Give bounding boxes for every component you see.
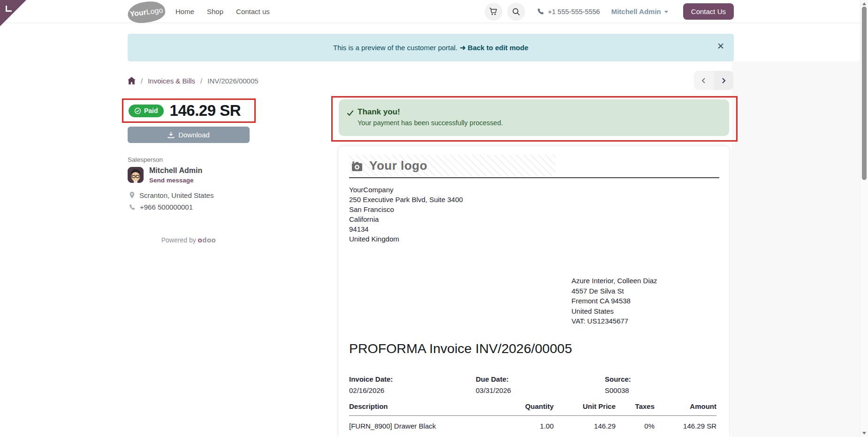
breadcrumb-separator: / [200,77,202,85]
customer-address-line: Fremont CA 94538 [571,296,657,306]
company-address-line: 250 Executive Park Blvd, Suite 3400 [349,195,463,204]
main-nav: Home Shop Contact us [175,8,270,15]
breadcrumb-current: INV/2026/00005 [207,77,258,85]
col-unit-price: Unit Price [554,399,616,416]
breadcrumb-invoices-bills[interactable]: Invoices & Bills [148,77,195,85]
user-menu-label: Mitchell Admin [611,8,661,15]
customer-address-line: United States [571,306,657,316]
salesperson-phone-number: +966 500000001 [140,203,193,211]
scroll-down-icon[interactable] [862,432,866,435]
user-menu-dropdown[interactable]: Mitchell Admin [611,8,668,15]
nav-home[interactable]: Home [175,8,194,15]
preview-banner: This is a preview of the customer portal… [128,34,734,61]
customer-vat: VAT: US12345677 [571,316,657,326]
contact-us-button[interactable]: Contact Us [683,3,734,20]
record-pager [694,71,733,90]
invoice-date-value: 02/16/2026 [349,386,393,394]
cell-taxes: 0% [616,416,655,433]
salesperson-location-text: Scranton, United States [139,191,213,199]
alert-message: Your payment has been successfully proce… [358,119,503,127]
source-value: S00038 [605,386,631,394]
invoice-date-field: Invoice Date: 02/16/2026 [349,375,393,394]
paid-status-badge: Paid [129,105,164,117]
nav-contact-us[interactable]: Contact us [236,8,270,15]
odoo-logo-rest: doo [202,236,216,244]
company-logo-placeholder: Your logo [349,155,556,177]
prev-record-button[interactable] [694,71,714,90]
site-header: YourLogo Home Shop Contact us +1 [0,0,860,23]
source-field: Source: S00038 [605,375,631,394]
map-pin-icon [129,192,135,199]
send-message-link[interactable]: Send message [149,177,194,184]
download-button[interactable]: Download [128,127,250,143]
preview-banner-text: This is a preview of the customer portal… [333,44,457,52]
company-address-line: San Francisco [349,204,463,214]
search-button[interactable] [507,3,525,21]
cell-amount: 146.29 SR [655,416,716,433]
scrollbar-thumb[interactable] [862,7,867,180]
table-row: [FURN_8900] Drawer Black 1.00 146.29 0% … [349,416,716,433]
odoo-logo[interactable]: odoo [198,236,216,244]
scroll-up-icon[interactable] [862,2,866,5]
company-name: YourCompany [349,185,463,195]
source-label: Source: [605,375,631,383]
edit-mode-corner-ribbon[interactable] [0,0,26,26]
payment-success-alert: Thank you! Your payment has been success… [339,99,729,136]
site-logo[interactable]: YourLogo [127,0,167,24]
back-to-edit-mode-link[interactable]: ➜ Back to edit mode [460,44,528,52]
salesperson-avatar [128,167,144,183]
alert-title: Thank you! [358,107,400,117]
header-phone-link[interactable]: +1 555-555-5556 [537,8,600,15]
odoo-logo-first-o: o [198,236,203,244]
due-date-label: Due Date: [476,375,511,383]
invoice-date-label: Invoice Date: [349,375,393,383]
cart-button[interactable] [485,3,503,21]
download-icon [168,131,175,138]
document-divider [349,177,719,178]
invoice-amount: 146.29 SR [170,102,241,120]
corner-bracket-icon [6,6,12,12]
cart-icon [489,7,498,16]
invoice-lines-table: Description Quantity Unit Price Taxes Am… [349,399,716,433]
company-address-block: YourCompany 250 Executive Park Blvd, Sui… [349,185,463,244]
invoice-title: PROFORMA Invoice INV/2026/00005 [349,341,572,356]
col-amount: Amount [655,399,716,416]
breadcrumb-separator: / [141,77,143,85]
home-icon[interactable] [128,77,136,84]
salesperson-phone-link[interactable]: +966 500000001 [129,203,193,211]
chevron-down-icon [664,11,668,13]
invoice-document: Your logo YourCompany 250 Executive Park… [339,146,729,437]
camera-plus-icon [351,160,363,172]
phone-icon [129,204,136,211]
check-circle-icon [134,107,141,114]
nav-shop[interactable]: Shop [207,8,223,15]
close-icon[interactable]: ✕ [717,42,724,51]
salesperson-heading: Salesperson [128,156,163,163]
col-taxes: Taxes [616,399,655,416]
download-label: Download [178,131,210,139]
payment-summary: Paid 146.29 SR [129,100,241,121]
site-logo-text-bold: Your [129,8,147,18]
cell-unit-price: 146.29 [554,416,616,433]
header-phone-number: +1 555-555-5556 [548,8,600,15]
company-address-line: United Kingdom [349,234,463,244]
next-record-button[interactable] [714,71,733,90]
customer-address-block: Azure Interior, Colleen Diaz 4557 De Sil… [571,276,657,326]
cell-description: [FURN_8900] Drawer Black [349,416,490,433]
col-quantity: Quantity [490,399,554,416]
table-header-row: Description Quantity Unit Price Taxes Am… [349,399,716,416]
vertical-scrollbar[interactable] [860,0,868,437]
customer-name: Azure Interior, Colleen Diaz [571,276,657,286]
check-icon [347,110,354,116]
chevron-right-icon [720,77,727,84]
paid-status-label: Paid [144,107,158,114]
page-gutter [732,61,860,437]
breadcrumb: / Invoices & Bills / INV/2026/00005 [128,74,259,87]
cell-quantity: 1.00 [490,416,554,433]
logo-placeholder-text: Your logo [369,158,427,173]
customer-address-line: 4557 De Silva St [571,286,657,296]
company-address-line: 94134 [349,224,463,234]
salesperson-location: Scranton, United States [129,191,213,199]
chevron-left-icon [700,77,708,84]
due-date-value: 03/31/2026 [476,386,511,394]
